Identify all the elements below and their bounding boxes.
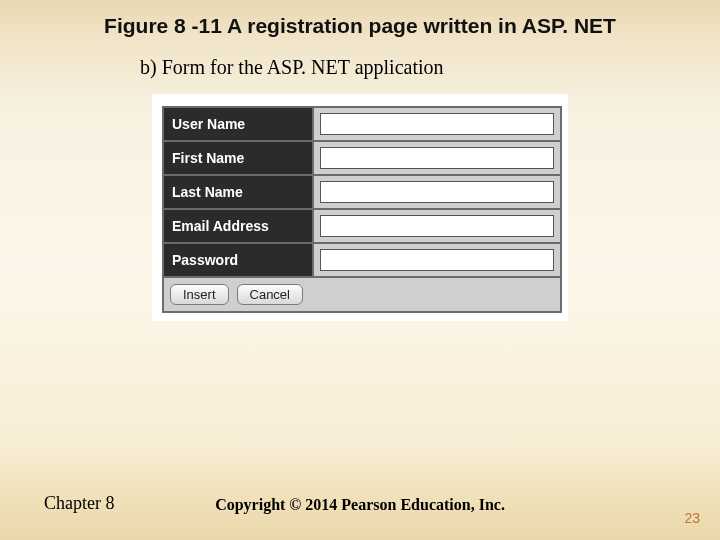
label-firstname: First Name (164, 142, 314, 174)
label-password: Password (164, 244, 314, 276)
password-input[interactable] (320, 249, 554, 271)
figure-title: Figure 8 -11 A registration page written… (0, 14, 720, 38)
figure-subtitle: b) Form for the ASP. NET application (140, 56, 444, 79)
firstname-input[interactable] (320, 147, 554, 169)
username-input[interactable] (320, 113, 554, 135)
registration-form: User Name First Name Last Name Email Add… (162, 106, 562, 313)
field-row-firstname: First Name (164, 140, 560, 174)
form-screenshot: User Name First Name Last Name Email Add… (152, 94, 568, 321)
label-lastname: Last Name (164, 176, 314, 208)
field-row-lastname: Last Name (164, 174, 560, 208)
cancel-button[interactable]: Cancel (237, 284, 303, 305)
label-username: User Name (164, 108, 314, 140)
input-cell-password (314, 244, 560, 276)
copyright-text: Copyright © 2014 Pearson Education, Inc. (0, 496, 720, 514)
input-cell-username (314, 108, 560, 140)
field-row-email: Email Address (164, 208, 560, 242)
slide: Figure 8 -11 A registration page written… (0, 0, 720, 540)
page-number: 23 (684, 510, 700, 526)
input-cell-lastname (314, 176, 560, 208)
lastname-input[interactable] (320, 181, 554, 203)
input-cell-firstname (314, 142, 560, 174)
label-email: Email Address (164, 210, 314, 242)
email-input[interactable] (320, 215, 554, 237)
field-row-password: Password (164, 242, 560, 276)
field-row-username: User Name (164, 108, 560, 140)
input-cell-email (314, 210, 560, 242)
insert-button[interactable]: Insert (170, 284, 229, 305)
button-row: Insert Cancel (164, 276, 560, 311)
